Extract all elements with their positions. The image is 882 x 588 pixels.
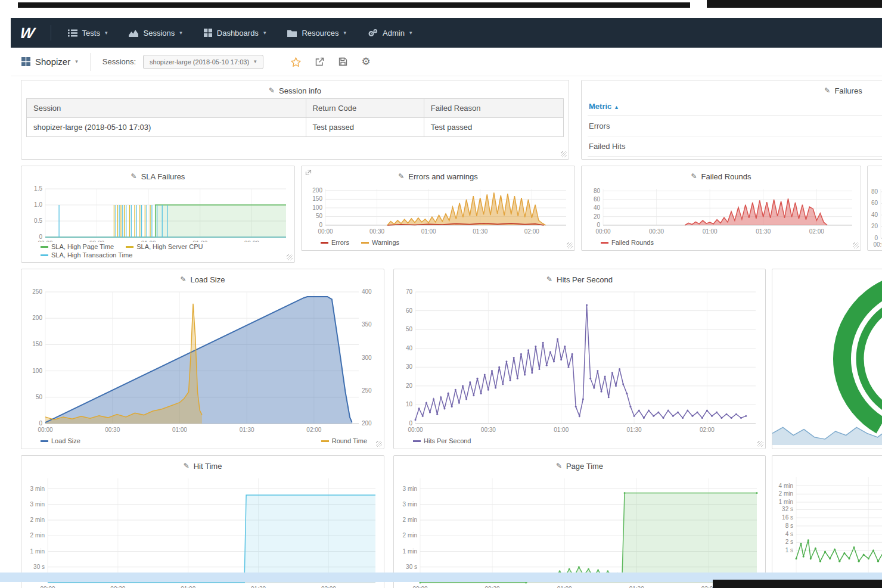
hits-per-second-panel: ✎ Hits Per Second 00:0000:3001:0001:3002… [393,269,766,449]
toolbar-divider [90,53,91,71]
metric-header-label: Metric [589,102,611,111]
svg-text:80: 80 [594,188,601,194]
list-item[interactable]: Failed Hits [588,136,882,157]
window-chrome-top-strip [18,2,690,8]
panel-title: Hits Per Second [557,275,613,284]
gears-icon [368,29,378,37]
svg-text:02:00: 02:00 [244,240,259,242]
svg-text:20: 20 [871,223,878,229]
chart-canvas: 00:0000:3001:0001:3002:003 min3 min2 min… [21,472,384,588]
list-item[interactable]: Errors [588,116,882,136]
svg-text:0: 0 [597,222,600,228]
svg-text:2 min: 2 min [779,490,793,497]
svg-text:0: 0 [874,235,878,241]
legend-item[interactable]: Load Size [41,437,80,444]
response-times-panel: 00:0000:3001:0001:3002:004 min2 min1 min… [772,455,882,588]
edit-pencil-icon[interactable]: ✎ [269,86,275,95]
legend-item[interactable]: Failed Rounds [601,239,654,246]
legend-item[interactable]: Hits Per Second [413,437,471,444]
resize-handle[interactable] [567,242,573,248]
svg-text:02:00: 02:00 [700,427,715,433]
svg-text:01:00: 01:00 [141,240,156,242]
save-icon[interactable] [338,57,347,66]
svg-text:40: 40 [594,204,601,211]
session-info-body: Session Return Code Failed Reason shopiz… [21,97,569,142]
panel-title: SLA Failures [141,172,185,181]
legend-item[interactable]: SLA, High Transaction Time [41,251,132,259]
chart-legend: Failed Rounds [582,237,861,250]
legend-swatch [321,440,329,442]
resize-handle[interactable] [287,254,293,260]
legend-item[interactable]: Round Time [321,437,367,444]
svg-text:01:30: 01:30 [251,586,266,588]
svg-text:150: 150 [312,195,322,202]
svg-text:01:30: 01:30 [627,427,642,433]
edit-pencil-icon[interactable]: ✎ [556,462,562,470]
hit-time-panel: ✎ Hit Time 00:0000:3001:0001:3002:003 mi… [21,455,384,588]
chart-canvas: 00:0000:3001:0001:3002:003 min3 min2 min… [394,472,765,588]
svg-text:00:00: 00:00 [873,241,882,248]
legend-item[interactable]: Errors [321,239,349,246]
app-logo[interactable]: W [18,24,35,42]
chart-canvas: 00:0000:3001:0001:3002:00010203040506070 [394,286,765,435]
svg-text:250: 250 [362,387,372,394]
table-row[interactable]: shopizer-large (2018-05-10 17:03) Test p… [27,118,564,137]
nav-sessions[interactable]: Sessions ▾ [129,29,182,38]
nav-tests-label: Tests [82,29,100,38]
panel-header: ✎ Hits Per Second [394,269,765,286]
svg-text:3 min: 3 min [403,501,417,508]
nav-dashboards[interactable]: Dashboards ▾ [204,29,266,38]
nav-resources[interactable]: Resources ▾ [287,29,346,38]
edit-pencil-icon[interactable]: ✎ [181,275,187,284]
chevron-down-icon: ▾ [105,30,108,36]
settings-gear-icon[interactable]: ⚙ [362,57,371,67]
errors-warnings-panel: ✎ Errors and warnings 00:0000:3001:0001:… [301,166,575,251]
chart-legend: Load SizeRound Time [21,435,384,449]
edit-pencil-icon[interactable]: ✎ [131,172,137,181]
svg-text:70: 70 [406,288,413,295]
session-info-panel: ✎ Session info Session Return Code Faile… [21,80,569,160]
panel-header: ✎ Load Size [21,269,384,286]
svg-text:1 min: 1 min [779,499,793,505]
legend-item[interactable]: SLA, High Page Time [41,243,114,250]
svg-text:100: 100 [32,368,42,374]
resize-handle[interactable] [376,441,382,447]
nav-tests[interactable]: Tests ▾ [68,29,108,38]
app-screen: W Tests ▾ Sessions ▾ Dashboards ▾ Resour… [0,0,882,588]
col-return-code: Return Code [306,99,424,118]
svg-text:2 min: 2 min [30,532,45,539]
edit-pencil-icon[interactable]: ✎ [691,172,697,181]
svg-text:02:00: 02:00 [321,586,336,588]
export-icon[interactable] [315,57,324,66]
edit-pencil-icon[interactable]: ✎ [546,275,552,284]
nav-admin-label: Admin [383,29,405,38]
project-selector[interactable]: Shopizer ▾ [21,57,78,67]
chevron-down-icon: ▾ [254,59,257,64]
nav-admin[interactable]: Admin ▾ [368,29,412,38]
edit-pencil-icon[interactable]: ✎ [398,172,404,181]
svg-text:02:00: 02:00 [524,228,539,235]
expand-icon[interactable] [305,169,312,176]
edit-pencil-icon[interactable]: ✎ [184,462,190,470]
svg-text:3 min: 3 min [403,486,417,492]
panel-header [772,456,882,472]
svg-text:00:00: 00:00 [408,427,423,433]
legend-item[interactable]: SLA, High Server CPU [126,243,203,250]
favorite-star-icon[interactable] [291,57,301,67]
legend-item[interactable]: Warnings [361,239,399,246]
chart-canvas: 00:0000:3001:0001:3002:00020406080 [582,183,861,237]
load-size-chart: 00:0000:3001:0001:3002:00050100150200250… [21,286,384,435]
nav-resources-label: Resources [302,29,338,38]
resize-handle[interactable] [757,441,763,447]
edit-pencil-icon[interactable]: ✎ [824,86,830,95]
panel-title: Load Size [191,275,225,284]
svg-text:80: 80 [871,188,878,195]
failures-metric-header[interactable]: Metric ▲ [588,97,882,116]
legend-swatch [41,440,48,442]
chevron-down-icon: ▾ [75,59,78,64]
svg-text:00:30: 00:30 [110,586,125,588]
svg-text:0: 0 [39,420,42,427]
resize-handle[interactable] [561,151,567,157]
resize-handle[interactable] [853,242,859,248]
session-selector[interactable]: shopizer-large (2018-05-10 17:03) ▾ [143,55,263,69]
